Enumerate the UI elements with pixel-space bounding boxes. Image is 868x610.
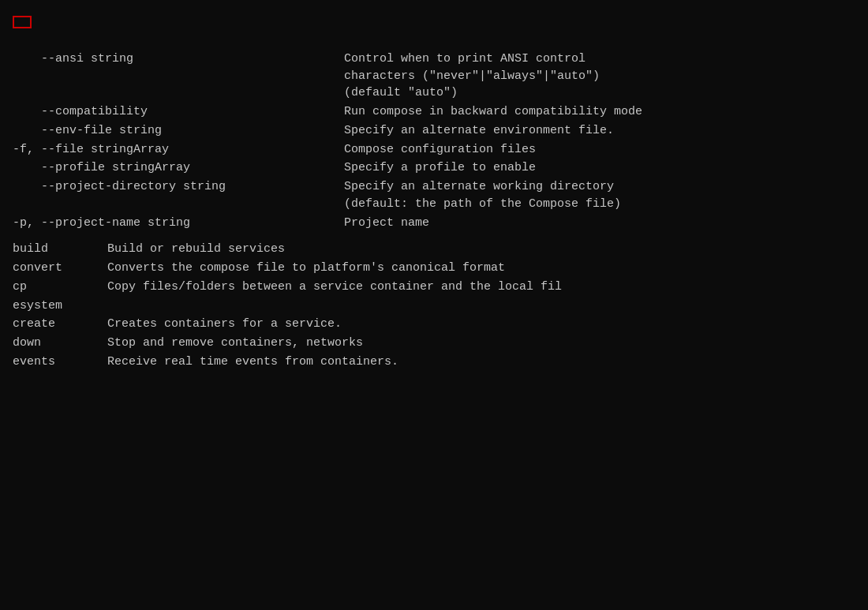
commands-list: buildBuild or rebuild services convertCo…	[13, 241, 855, 370]
terminal-window: --ansi string Control when to print ANSI…	[13, 16, 855, 607]
command-name: build	[13, 241, 107, 258]
options-list: --ansi string Control when to print ANSI…	[13, 51, 855, 232]
option-name: --compatibility	[13, 103, 344, 121]
usage-box	[13, 16, 32, 28]
command-row: convertConverts the compose file to plat…	[13, 260, 855, 277]
option-row: --ansi string Control when to print ANSI…	[13, 51, 855, 102]
option-row: --profile stringArray Specify a profile …	[13, 159, 855, 177]
command-row: cpCopy files/folders between a service c…	[13, 279, 855, 296]
command-name: convert	[13, 260, 107, 277]
command-desc: Copy files/folders between a service con…	[107, 279, 562, 296]
command-row: downStop and remove containers, networks	[13, 335, 855, 352]
command-row: buildBuild or rebuild services	[13, 241, 855, 258]
option-name: --env-file string	[13, 122, 344, 140]
command-desc: Receive real time events from containers…	[107, 354, 398, 371]
command-name: events	[13, 354, 107, 371]
option-name: --profile stringArray	[13, 159, 344, 177]
command-desc: Creates containers for a service.	[107, 316, 342, 333]
option-name: --ansi string	[13, 51, 344, 102]
command-name: cp	[13, 279, 107, 296]
option-name: --project-directory string	[13, 178, 344, 213]
command-row: esystem	[13, 298, 855, 315]
command-row: createCreates containers for a service.	[13, 316, 855, 333]
option-row: --project-directory string Specify an al…	[13, 178, 855, 213]
option-row: --env-file string Specify an alternate e…	[13, 122, 855, 140]
option-row: -f, --file stringArray Compose configura…	[13, 141, 855, 159]
command-desc: Stop and remove containers, networks	[107, 335, 363, 352]
option-row: --compatibility Run compose in backward …	[13, 103, 855, 121]
command-name: esystem	[13, 298, 107, 315]
option-name: -p, --project-name string	[13, 215, 344, 232]
option-row: -p, --project-name string Project name	[13, 215, 855, 232]
command-name: create	[13, 316, 107, 333]
command-desc: Build or rebuild services	[107, 241, 285, 258]
command-desc: Converts the compose file to platform's …	[107, 260, 505, 277]
command-row: eventsReceive real time events from cont…	[13, 354, 855, 371]
option-name: -f, --file stringArray	[13, 141, 344, 159]
command-name: down	[13, 335, 107, 352]
